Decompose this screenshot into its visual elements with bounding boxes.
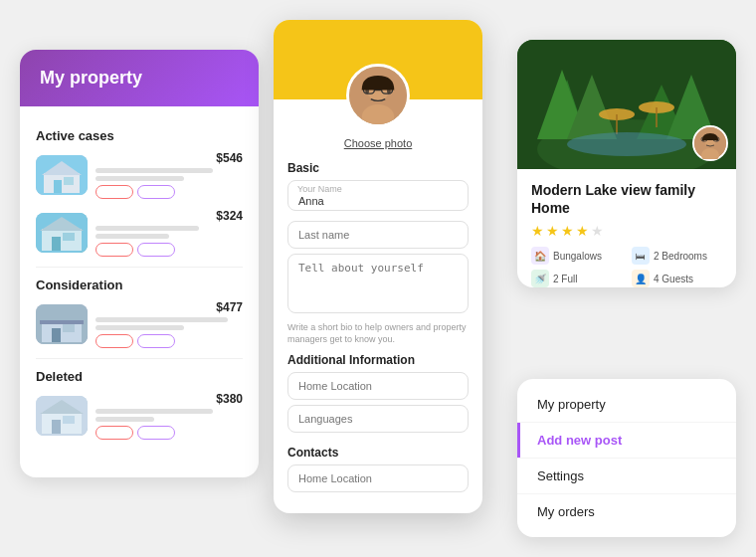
bath-icon: 🚿 [531,270,549,287]
profile-card: Choose photo Basic Your Name Write a sho… [274,20,482,513]
profile-header [274,20,482,99]
property-thumbnail [36,213,88,253]
reject-button[interactable] [95,185,133,199]
detail-bar [95,168,213,173]
listing-image [517,40,736,169]
additional-info-label: Additional Information [287,353,469,367]
svg-rect-9 [63,233,75,241]
menu-settings[interactable]: Settings [517,459,736,493]
list-item: $546 [36,151,243,199]
guests-label: 4 Guests [654,274,693,284]
list-item: $324 [36,209,243,257]
action-buttons [95,426,243,440]
consideration-label: Consideration [36,278,243,292]
reject-button[interactable] [95,334,133,348]
my-property-title: My property [40,68,239,89]
rating-stars: ★ ★ ★ ★ ★ [531,223,722,239]
bedrooms-label: 2 Bedrooms [654,251,707,262]
detail-bar [95,317,228,322]
menu-card: My property Add new post Settings My ord… [517,379,736,537]
card-left-header: My property [20,50,259,106]
detail-bar [95,176,184,181]
property-details: $380 [95,392,243,440]
svg-point-40 [567,132,686,156]
star-5: ★ [591,223,604,239]
property-details: $546 [95,151,243,199]
listing-avatar [692,125,728,161]
accept-button[interactable] [137,334,175,348]
property-thumbnail [36,304,88,344]
accept-button [137,426,175,440]
star-4: ★ [576,223,589,239]
svg-rect-4 [64,177,74,185]
price-label: $324 [95,209,243,223]
detail-bar [95,325,184,330]
price-label: $546 [95,151,243,165]
property-listing-card: Modern Lake view family Home ★ ★ ★ ★ ★ 🏠… [517,40,736,287]
meta-guests: 👤 4 Guests [632,270,722,287]
svg-rect-8 [52,237,61,251]
house-icon: 🏠 [531,247,549,265]
list-item: $477 [36,300,243,348]
avatar [346,64,410,127]
baths-label: 2 Full [553,274,577,284]
contact-home-location-input[interactable] [287,464,469,492]
property-thumbnail [36,396,88,436]
action-buttons [95,243,243,257]
home-location-input[interactable] [287,372,469,400]
action-buttons [95,334,243,348]
star-1: ★ [531,223,544,239]
property-thumbnail [36,155,88,195]
meta-bedrooms: 🛏 2 Bedrooms [632,247,722,265]
card-left-body: Active cases $546 [20,106,259,462]
my-property-card: My property Active cases $546 [20,50,259,477]
action-buttons [95,185,243,199]
active-cases-label: Active cases [36,128,243,143]
your-name-label: Your Name [297,184,342,194]
svg-rect-13 [52,328,61,342]
svg-rect-14 [63,324,75,332]
svg-rect-12 [40,320,84,324]
bed-icon: 🛏 [632,247,650,265]
meta-bungalows: 🏠 Bungalows [531,247,622,265]
person-icon: 👤 [632,270,650,287]
deleted-label: Deleted [36,369,243,384]
svg-rect-16 [42,412,82,434]
property-details: $477 [95,300,243,348]
last-name-input[interactable] [287,221,469,249]
detail-bar [95,409,213,414]
price-label: $380 [95,392,243,406]
detail-bar [95,417,154,422]
bio-hint: Write a short bio to help owners and pro… [287,322,469,345]
profile-body: Choose photo Basic Your Name Write a sho… [274,99,482,513]
svg-rect-3 [54,180,62,193]
meta-baths: 🚿 2 Full [531,270,622,287]
contacts-label: Contacts [287,446,469,460]
svg-rect-18 [52,420,61,434]
detail-bar [95,234,169,239]
list-item: $380 [36,392,243,440]
listing-body: Modern Lake view family Home ★ ★ ★ ★ ★ 🏠… [517,169,736,287]
property-details: $324 [95,209,243,257]
star-3: ★ [561,223,574,239]
property-meta: 🏠 Bungalows 🛏 2 Bedrooms 🚿 2 Full 👤 4 Gu… [531,247,722,287]
accept-button[interactable] [137,185,175,199]
accept-button[interactable] [137,243,175,257]
price-label: $477 [95,300,243,314]
listing-title: Modern Lake view family Home [531,181,722,217]
svg-rect-19 [63,416,75,424]
menu-my-orders[interactable]: My orders [517,494,736,529]
reject-button [95,426,133,440]
menu-add-new-post[interactable]: Add new post [517,423,736,458]
star-2: ★ [546,223,559,239]
basic-section-label: Basic [287,161,469,175]
menu-my-property[interactable]: My property [517,387,736,422]
svg-rect-6 [42,229,82,251]
reject-button[interactable] [95,243,133,257]
choose-photo-link[interactable]: Choose photo [287,137,469,149]
languages-input[interactable] [287,405,469,433]
bungalows-label: Bungalows [553,251,602,262]
tell-about-textarea[interactable] [287,254,469,313]
detail-bar [95,226,199,231]
